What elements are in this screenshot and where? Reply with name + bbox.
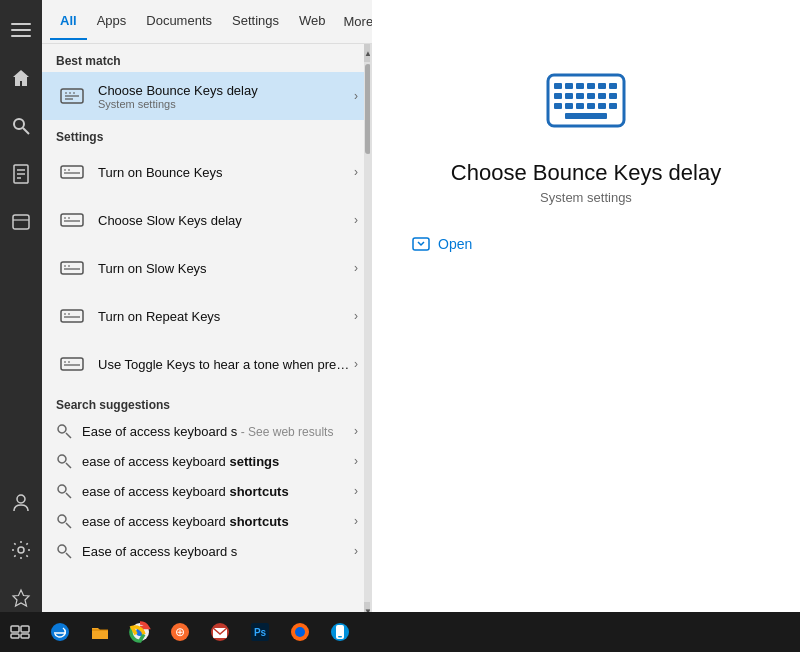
svg-point-44 (58, 485, 66, 493)
svg-marker-13 (13, 590, 29, 606)
svg-rect-0 (11, 23, 31, 25)
svg-point-85 (295, 627, 305, 637)
svg-point-11 (17, 495, 25, 503)
svg-line-49 (66, 553, 71, 558)
taskbar-photoshop-icon[interactable]: Ps (240, 612, 280, 652)
tab-apps[interactable]: Apps (87, 3, 137, 40)
setting-title-2: Turn on Slow Keys (98, 261, 354, 276)
svg-rect-54 (587, 83, 595, 89)
taskbar-phone-icon[interactable] (320, 612, 360, 652)
sidebar-search-icon[interactable] (0, 104, 42, 148)
svg-line-43 (66, 463, 71, 468)
svg-rect-69 (565, 113, 607, 119)
svg-rect-72 (21, 626, 29, 632)
svg-point-46 (58, 515, 66, 523)
svg-rect-51 (554, 83, 562, 89)
svg-rect-88 (338, 636, 342, 638)
sidebar-menu-icon[interactable] (0, 8, 42, 52)
setting-item-slowkey-delay[interactable]: Choose Slow Keys delay › (42, 196, 372, 244)
tabs-bar: All Apps Documents Settings Web More ▾ F… (42, 0, 372, 44)
tab-settings[interactable]: Settings (222, 3, 289, 40)
svg-rect-53 (576, 83, 584, 89)
taskbar-chrome-icon[interactable] (120, 612, 160, 652)
svg-point-48 (58, 545, 66, 553)
svg-rect-32 (61, 310, 83, 322)
suggestion-search-icon-0 (56, 423, 72, 439)
svg-rect-68 (609, 103, 617, 109)
svg-rect-66 (587, 103, 595, 109)
svg-rect-20 (61, 166, 83, 178)
taskbar: ⊕ Ps (0, 612, 800, 652)
sidebar-news-icon[interactable] (0, 200, 42, 244)
svg-rect-71 (11, 626, 19, 632)
suggestion-item-2[interactable]: ease of access keyboard shortcuts › (42, 476, 372, 506)
suggestion-item-1[interactable]: ease of access keyboard settings › (42, 446, 372, 476)
taskbar-mail-icon[interactable] (200, 612, 240, 652)
detail-keyboard-icon (546, 73, 626, 128)
best-match-arrow: › (354, 89, 358, 103)
setting-icon-1 (56, 204, 88, 236)
svg-rect-58 (565, 93, 573, 99)
setting-title-3: Turn on Repeat Keys (98, 309, 354, 324)
svg-text:Ps: Ps (254, 627, 267, 638)
sidebar (0, 0, 42, 620)
search-suggestions-label: Search suggestions (42, 388, 372, 416)
setting-item-toggle-keys[interactable]: Use Toggle Keys to hear a tone when pres… (42, 340, 372, 388)
svg-rect-73 (11, 634, 19, 638)
detail-panel: Choose Bounce Keys delay System settings… (372, 0, 800, 620)
suggestion-item-3[interactable]: ease of access keyboard shortcuts › (42, 506, 372, 536)
svg-rect-64 (565, 103, 573, 109)
suggestion-item-4[interactable]: Ease of access keyboard s › (42, 536, 372, 566)
suggestion-item-0[interactable]: Ease of access keyboard s - See web resu… (42, 416, 372, 446)
settings-section-label: Settings (42, 120, 372, 148)
setting-title-0: Turn on Bounce Keys (98, 165, 354, 180)
taskbar-explorer-icon[interactable] (80, 612, 120, 652)
tab-web[interactable]: Web (289, 3, 336, 40)
setting-item-bounce[interactable]: Turn on Bounce Keys › (42, 148, 372, 196)
search-panel: All Apps Documents Settings Web More ▾ F… (42, 0, 372, 620)
taskbar-firefox-icon[interactable] (280, 612, 320, 652)
svg-point-3 (14, 119, 24, 129)
svg-rect-59 (576, 93, 584, 99)
svg-line-47 (66, 523, 71, 528)
svg-rect-62 (609, 93, 617, 99)
best-match-title: Choose Bounce Keys delay (98, 83, 354, 98)
svg-rect-2 (11, 35, 31, 37)
detail-open-button[interactable]: Open (412, 235, 472, 253)
svg-point-42 (58, 455, 66, 463)
svg-rect-55 (598, 83, 606, 89)
tab-all[interactable]: All (50, 3, 87, 40)
setting-item-repeat-keys[interactable]: Turn on Repeat Keys › (42, 292, 372, 340)
svg-rect-28 (61, 262, 83, 274)
svg-rect-61 (598, 93, 606, 99)
best-match-icon (56, 80, 88, 112)
setting-icon-4 (56, 348, 88, 380)
sidebar-gear-icon[interactable] (0, 528, 42, 572)
svg-text:⊕: ⊕ (175, 625, 185, 639)
tab-documents[interactable]: Documents (136, 3, 222, 40)
taskbar-edge-icon[interactable] (40, 612, 80, 652)
svg-point-12 (18, 547, 24, 553)
suggestion-search-icon-2 (56, 483, 72, 499)
best-match-subtitle: System settings (98, 98, 354, 110)
svg-rect-1 (11, 29, 31, 31)
svg-rect-24 (61, 214, 83, 226)
svg-line-45 (66, 493, 71, 498)
taskbar-task-view-icon[interactable] (0, 612, 40, 652)
sidebar-home-icon[interactable] (0, 56, 42, 100)
taskbar-rss-icon[interactable]: ⊕ (160, 612, 200, 652)
sidebar-document-icon[interactable] (0, 152, 42, 196)
svg-rect-52 (565, 83, 573, 89)
setting-icon-3 (56, 300, 88, 332)
svg-rect-65 (576, 103, 584, 109)
suggestion-text-2: ease of access keyboard shortcuts (82, 484, 354, 499)
sidebar-person-icon[interactable] (0, 480, 42, 524)
best-match-item[interactable]: Choose Bounce Keys delay System settings… (42, 72, 372, 120)
suggestion-text-0: Ease of access keyboard s - See web resu… (82, 424, 354, 439)
detail-open-icon (412, 235, 430, 253)
detail-title: Choose Bounce Keys delay (451, 160, 721, 186)
best-match-text: Choose Bounce Keys delay System settings (98, 83, 354, 110)
suggestion-text-1: ease of access keyboard settings (82, 454, 354, 469)
svg-point-75 (51, 623, 69, 641)
setting-item-slow-keys[interactable]: Turn on Slow Keys › (42, 244, 372, 292)
